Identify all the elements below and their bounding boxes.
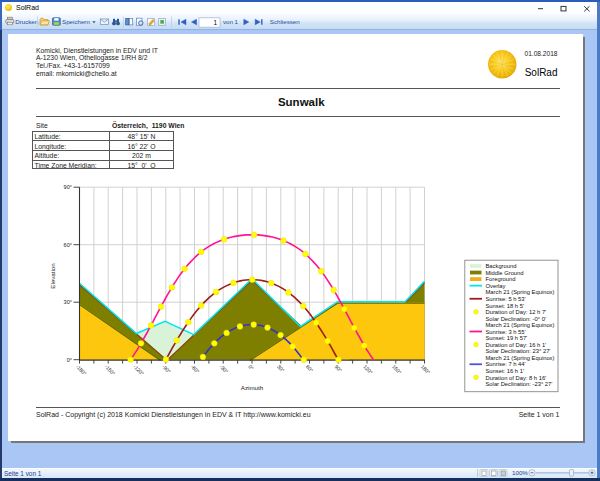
svg-text:150°: 150° (391, 363, 403, 375)
svg-text:Schliessen: Schliessen (270, 18, 300, 25)
svg-text:Foreground: Foreground (486, 276, 516, 282)
svg-text:-120°: -120° (132, 363, 145, 376)
svg-text:Background: Background (486, 263, 517, 269)
svg-text:Duration of Day: 12 h 7': Duration of Day: 12 h 7' (486, 309, 547, 315)
svg-text:Solar Declination: -23° 27': Solar Declination: -23° 27' (486, 381, 553, 387)
svg-text:-90°: -90° (161, 363, 172, 374)
svg-text:30°: 30° (64, 299, 72, 305)
svg-text:Sunset: 19 h 57': Sunset: 19 h 57' (486, 335, 528, 341)
svg-text:Sunrise: 3 h 55': Sunrise: 3 h 55' (486, 329, 526, 335)
svg-text:-30°: -30° (218, 363, 229, 374)
svg-text:March 21 (Spring Equinox): March 21 (Spring Equinox) (486, 355, 555, 361)
svg-text:Sunrise: 7 h 44': Sunrise: 7 h 44' (486, 361, 526, 367)
svg-text:90°: 90° (333, 363, 343, 373)
svg-text:0°: 0° (67, 357, 72, 363)
svg-text:March 21 (Spring Equinox): March 21 (Spring Equinox) (486, 289, 555, 295)
svg-text:von 1: von 1 (223, 18, 239, 25)
svg-text:Azimuth: Azimuth (241, 384, 264, 391)
svg-text:Solar Declination: -0° 0': Solar Declination: -0° 0' (486, 316, 546, 322)
svg-text:-180°: -180° (75, 363, 88, 376)
svg-text:Solar Declination: 23° 27': Solar Declination: 23° 27' (486, 348, 551, 354)
svg-text:-150°: -150° (103, 363, 116, 376)
svg-text:Sunset: 18 h 5': Sunset: 18 h 5' (486, 303, 525, 309)
svg-text:Sunrise: 5 h 53': Sunrise: 5 h 53' (486, 296, 526, 302)
svg-text:Duration of Day: 8 h 16': Duration of Day: 8 h 16' (486, 375, 547, 381)
svg-text:60°: 60° (305, 363, 315, 373)
svg-text:Speichern: Speichern (62, 18, 90, 25)
svg-text:1: 1 (213, 19, 217, 26)
svg-text:60°: 60° (64, 242, 72, 248)
svg-text:Drucken: Drucken (15, 18, 39, 25)
svg-text:Duration of Day: 16 h 1': Duration of Day: 16 h 1' (486, 342, 547, 348)
svg-text:Middle Ground: Middle Ground (486, 270, 524, 276)
svg-text:-60°: -60° (190, 363, 201, 374)
svg-text:120°: 120° (362, 363, 374, 375)
svg-text:March 21 (Spring Equinox): March 21 (Spring Equinox) (486, 322, 555, 328)
svg-text:Sunset: 16 h 1': Sunset: 16 h 1' (486, 368, 525, 374)
svg-text:30°: 30° (276, 363, 286, 373)
svg-text:180°: 180° (420, 363, 432, 375)
svg-text:100%: 100% (512, 469, 528, 476)
svg-text:Elevation: Elevation (49, 263, 56, 289)
svg-text:Overlay: Overlay (486, 283, 506, 289)
svg-text:0°: 0° (247, 363, 255, 371)
svg-text:90°: 90° (64, 184, 72, 190)
